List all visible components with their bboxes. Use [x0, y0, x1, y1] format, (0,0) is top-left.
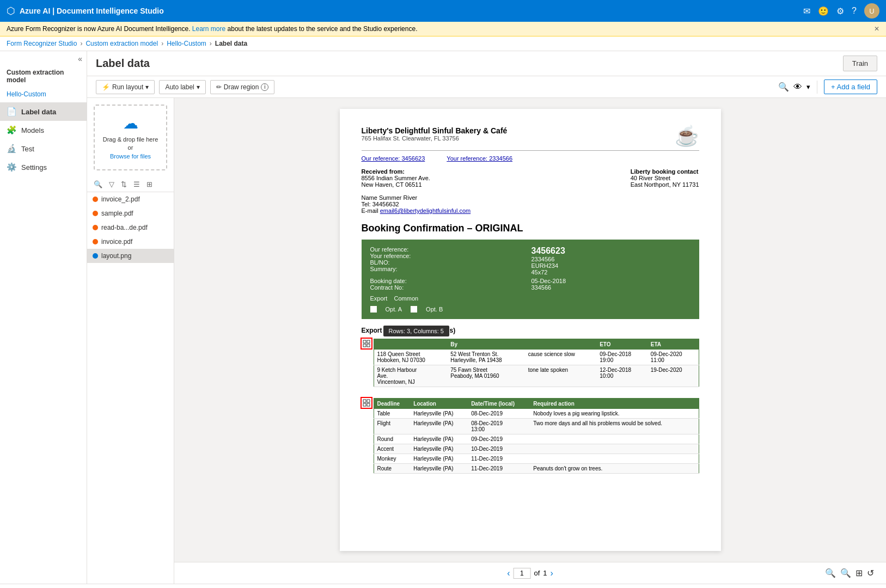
prev-page-btn[interactable]: ‹: [507, 568, 510, 578]
file-status-dot: [93, 239, 98, 244]
auto-label-dropdown-icon: ▾: [197, 83, 200, 91]
main-layout: « Custom extraction model Hello-Custom 📄…: [0, 51, 886, 584]
settings-icon[interactable]: ⚙: [836, 6, 844, 16]
sidebar-item-models[interactable]: 🧩 Models: [0, 121, 87, 139]
sidebar-collapse-btn[interactable]: «: [78, 54, 82, 63]
table-row: Round Harleysville (PA) 09-Dec-2019: [374, 434, 699, 444]
file-item[interactable]: read-ba...de.pdf: [87, 220, 174, 235]
email-field: E-mail email6@libertydelightfulsinful.co…: [362, 207, 699, 214]
your-ref: Your reference: 2334566: [447, 155, 512, 162]
file-list-icon[interactable]: ☰: [131, 179, 142, 189]
table2-icon-btn[interactable]: [360, 397, 372, 409]
bakery-name: Liberty's Delightful Sinful Bakery & Caf…: [362, 126, 508, 135]
file-grid-icon[interactable]: ⊞: [144, 179, 155, 189]
breadcrumb-hello-custom[interactable]: Hello-Custom: [167, 40, 206, 47]
table1-icon-btn[interactable]: [360, 338, 372, 350]
file-search-icon[interactable]: 🔍: [91, 179, 105, 189]
email-link[interactable]: email6@libertydelightfulsinful.com: [380, 207, 471, 214]
t2r5c3: 11-Dec-2019: [468, 454, 530, 464]
table-row: 118 Queen StreetHoboken, NJ 07030 52 Wes…: [374, 350, 699, 365]
sidebar-item-test[interactable]: 🔬 Test: [0, 139, 87, 158]
ref-row: Our reference: 3456623 Your reference: 2…: [362, 155, 699, 162]
view-dropdown-icon[interactable]: ▾: [806, 83, 810, 91]
file-item-selected[interactable]: layout.png: [87, 249, 174, 263]
svg-rect-3: [367, 344, 370, 347]
zoom-reset-btn[interactable]: ↺: [867, 568, 874, 578]
zoom-out-btn[interactable]: 🔍: [825, 568, 836, 578]
doc-divider: [362, 150, 699, 151]
bakery-address: 765 Halifax St. Clearwater, FL 33756: [362, 135, 508, 142]
table1-r1c3: cause science slow: [525, 350, 597, 365]
browse-link[interactable]: Browse for files: [110, 153, 151, 160]
opt-b-checkbox: [411, 306, 417, 313]
sidebar-section-title: Custom extraction model: [0, 66, 87, 88]
breadcrumb-sep-2: ›: [161, 40, 163, 47]
add-field-button[interactable]: + Add a field: [824, 79, 877, 94]
t2r3c3: 09-Dec-2019: [468, 434, 530, 444]
received-label: Received from:: [362, 168, 430, 175]
table-row: 9 Ketch HarbourAve.Vincentown, NJ 75 Faw…: [374, 365, 699, 387]
t2r4c2: Harleysville (PA): [410, 444, 468, 454]
t2r6c1: Route: [374, 464, 410, 474]
breadcrumb-current: Label data: [215, 40, 247, 47]
green-box-grid: Our reference: Your reference: BL/NO: Su…: [370, 246, 691, 291]
file-item[interactable]: invoice.pdf: [87, 235, 174, 249]
view-icon[interactable]: 👁: [793, 82, 802, 92]
file-name: read-ba...de.pdf: [101, 224, 148, 231]
table2-col3-header: Date/Time (local): [468, 399, 530, 409]
table2-container: Deadline Location Date/Time (local) Requ…: [362, 398, 699, 474]
file-item[interactable]: sample.pdf: [87, 206, 174, 220]
run-layout-button[interactable]: ⚡ Run layout ▾: [96, 80, 155, 94]
t2r1c1: Table: [374, 409, 410, 419]
t2r2c4: Two more days and all his problems would…: [530, 419, 699, 434]
app-title: Azure AI | Document Intelligence Studio: [20, 7, 799, 15]
notification-close[interactable]: ✕: [874, 25, 879, 33]
table1-r2c1: 9 Ketch HarbourAve.Vincentown, NJ: [374, 365, 447, 387]
received-addr2: New Haven, CT 06511: [362, 181, 430, 188]
zoom-in-btn[interactable]: 🔍: [840, 568, 851, 578]
draw-region-button[interactable]: ✏ Draw region i: [210, 80, 275, 94]
table1-r1c1: 118 Queen StreetHoboken, NJ 07030: [374, 350, 447, 365]
search-icon[interactable]: 🔍: [778, 82, 789, 92]
file-name: invoice.pdf: [101, 238, 132, 246]
table1-header-row: By ETO ETA: [374, 339, 699, 350]
auto-label-button[interactable]: Auto label ▾: [159, 80, 205, 94]
zoom-fit-btn[interactable]: ⊞: [856, 568, 863, 578]
green-date-vals: 05-Dec-2018 334566: [531, 278, 691, 291]
email-icon[interactable]: ✉: [803, 6, 810, 16]
table1-wrapper: By ETO ETA 118 Queen StreetHobo: [362, 339, 699, 387]
file-name-selected: layout.png: [101, 252, 131, 260]
sidebar-project: Hello-Custom: [0, 88, 87, 102]
svg-rect-6: [363, 403, 366, 406]
t2r1c2: Harleysville (PA): [410, 409, 468, 419]
upload-area[interactable]: ☁ Drag & drop file here or Browse for fi…: [94, 105, 167, 170]
file-filter-icon[interactable]: ▽: [107, 179, 117, 189]
sidebar-item-label-data[interactable]: 📄 Label data: [0, 102, 87, 121]
doc-content[interactable]: Liberty's Delightful Sinful Bakery & Caf…: [174, 98, 886, 562]
train-button[interactable]: Train: [843, 56, 877, 71]
page-number-input[interactable]: 1: [513, 568, 530, 579]
help-icon[interactable]: ?: [852, 6, 857, 16]
notification-link[interactable]: Learn more: [192, 25, 225, 33]
sidebar-label-data-text: Label data: [21, 108, 56, 116]
doc-table-1: By ETO ETA 118 Queen StreetHobo: [374, 339, 699, 387]
breadcrumb-form-recognizer[interactable]: Form Recognizer Studio: [7, 40, 77, 47]
file-toolbar: 🔍 ▽ ⇅ ☰ ⊞: [87, 177, 174, 192]
sidebar-item-settings[interactable]: ⚙️ Settings: [0, 158, 87, 176]
file-sort-icon[interactable]: ⇅: [119, 179, 129, 189]
user-avatar[interactable]: U: [864, 3, 879, 19]
name-field: Name Summer River: [362, 194, 699, 201]
emoji-icon[interactable]: 🙂: [818, 6, 829, 16]
t2r5c1: Monkey: [374, 454, 410, 464]
svg-rect-2: [363, 344, 366, 347]
file-status-dot: [93, 211, 98, 216]
breadcrumb-custom-model[interactable]: Custom extraction model: [85, 40, 158, 47]
green-export: Export Common: [370, 295, 691, 302]
run-layout-dropdown-icon: ▾: [145, 83, 149, 91]
next-page-btn[interactable]: ›: [551, 568, 553, 578]
booking-title: Booking Confirmation – ORIGINAL: [362, 223, 699, 234]
contact-block: Liberty booking contact 40 River Street …: [631, 168, 699, 188]
contact-label: Liberty booking contact: [631, 168, 699, 175]
zoom-controls: 🔍 🔍 ⊞ ↺: [825, 568, 881, 578]
file-item[interactable]: invoice_2.pdf: [87, 192, 174, 206]
